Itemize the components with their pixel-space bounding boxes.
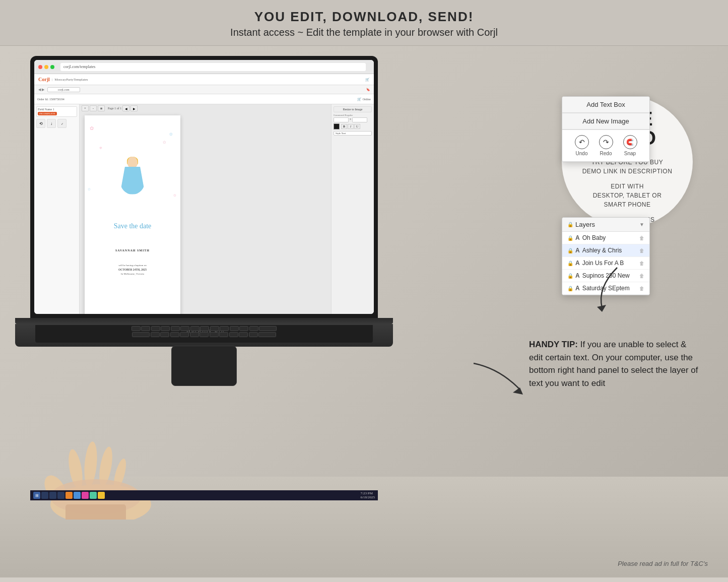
zoom-in[interactable]: + xyxy=(82,105,89,111)
prev-page[interactable]: ◀ xyxy=(122,105,129,111)
trash-join[interactable]: 🗑 xyxy=(639,261,644,266)
taskbar-items: ⊞ xyxy=(33,492,105,499)
flower-6: ✿ xyxy=(173,193,176,198)
taskbar-item-1[interactable] xyxy=(41,492,48,499)
hand-area xyxy=(25,439,176,520)
taskbar-item-6[interactable] xyxy=(82,492,89,499)
rp-size-row: x xyxy=(334,117,372,122)
resize-image-btn[interactable]: Resize to Image xyxy=(334,106,372,112)
layers-item-oh-baby[interactable]: 🔒 A Oh Baby 🗑 xyxy=(562,232,649,244)
princess-dress xyxy=(120,167,145,195)
redo-icon: ↷ xyxy=(599,135,613,149)
inv-name: SAVANNAH SMITH xyxy=(115,249,150,252)
corjl-nav: ◀ ▶ corjl.com 🔖 xyxy=(34,85,374,94)
add-text-box-btn[interactable]: Add Text Box xyxy=(562,97,649,113)
underline-btn[interactable]: U xyxy=(354,124,360,129)
rp-width-input[interactable] xyxy=(334,117,349,122)
nav-url-bar[interactable]: corjl.com xyxy=(47,87,80,92)
key xyxy=(210,332,219,337)
snap-icon: 🧲 xyxy=(623,135,637,149)
sidebar-icon-3[interactable]: ✓ xyxy=(57,119,67,128)
nav-back: ◀ ▶ xyxy=(38,88,44,92)
rp-font-label: Garamond Regular xyxy=(334,114,372,116)
rp-height-input[interactable] xyxy=(352,117,367,122)
princess-body xyxy=(117,157,148,197)
bold-btn[interactable]: B xyxy=(341,124,347,129)
taskbar-item-5[interactable] xyxy=(74,492,81,499)
key xyxy=(258,332,276,337)
next-page[interactable]: ▶ xyxy=(130,105,138,111)
online-label: Online xyxy=(363,98,371,101)
windows-btn[interactable]: ⊞ xyxy=(33,492,40,499)
snap-item[interactable]: 🧲 Snap xyxy=(623,135,637,156)
browser-url: corjl.com/templates xyxy=(60,63,366,71)
invitation-card: ✿ ✿ ✾ ✿ ✿ ✿ xyxy=(85,115,180,314)
keyboard-row-1 xyxy=(40,326,368,331)
sidebar-icons-row: ⟲ ↓ ✓ xyxy=(36,119,77,128)
italic-btn[interactable]: I xyxy=(348,124,354,129)
layers-item-ashley[interactable]: 🔒 A Ashley & Chris 🗑 xyxy=(562,244,649,257)
color-swatch[interactable] xyxy=(334,123,340,130)
laptop-screen-frame: corjl.com/templates Corjl | MoocayPartyT… xyxy=(30,56,378,318)
key xyxy=(141,326,150,331)
taskbar-item-3[interactable] xyxy=(57,492,64,499)
trash-saturday[interactable]: 🗑 xyxy=(639,286,644,291)
key xyxy=(249,332,258,337)
key xyxy=(170,332,179,337)
taskbar-item-7[interactable] xyxy=(90,492,97,499)
key xyxy=(161,326,170,331)
sidebar-icon-1[interactable]: ⟲ xyxy=(36,119,45,128)
taskbar-item-8[interactable] xyxy=(98,492,105,499)
laptop-hinge xyxy=(15,318,393,324)
layers-chevron-icon[interactable]: ▼ xyxy=(639,222,644,227)
ashley-label: Ashley & Chris xyxy=(582,247,622,254)
trash-ashley[interactable]: 🗑 xyxy=(639,248,644,253)
lock-ashley: 🔒 xyxy=(567,248,573,253)
lock-saturday: 🔒 xyxy=(567,286,573,291)
rp-x: x xyxy=(350,117,351,122)
redo-item[interactable]: ↷ Redo xyxy=(599,135,613,156)
taskbar-item-4[interactable] xyxy=(65,492,73,499)
canvas-area: ✿ ✿ ✾ ✿ ✿ ✿ xyxy=(85,115,180,314)
headline: YOU EDIT, DOWNLOAD, SEND! xyxy=(0,9,728,25)
trash-oh-baby[interactable]: 🗑 xyxy=(639,235,644,241)
flower-3: ✾ xyxy=(99,146,102,150)
corjl-main: + - ⊞ Page 1 of 1 ◀ ▶ ✿ ✿ xyxy=(80,104,331,314)
rp-format-row: B I U xyxy=(334,123,372,130)
undo-icon: ↶ xyxy=(575,135,589,149)
oh-baby-label: Oh Baby xyxy=(582,234,606,241)
page-indicator: Page 1 of 1 xyxy=(108,105,121,111)
trash-supinos[interactable]: 🗑 xyxy=(639,273,644,279)
browser-close-dot xyxy=(38,65,42,69)
svg-rect-7 xyxy=(65,504,126,520)
sidebar-icon-2[interactable]: ↓ xyxy=(47,119,56,128)
zoom-out[interactable]: - xyxy=(90,105,97,111)
key xyxy=(200,332,209,337)
undo-label: Undo xyxy=(576,151,588,156)
lock-supinos: 🔒 xyxy=(567,273,573,279)
canvas-toolbar: + - ⊞ Page 1 of 1 ◀ ▶ xyxy=(82,105,138,111)
undo-item[interactable]: ↶ Undo xyxy=(575,135,589,156)
laptop-screen: corjl.com/templates Corjl | MoocayPartyT… xyxy=(34,60,374,314)
rp-section-1: Resize to Image Garamond Regular x B xyxy=(334,106,372,136)
redo-label: Redo xyxy=(600,151,612,156)
order-id: Order Id: 1509758194 xyxy=(37,98,64,101)
key xyxy=(249,326,258,331)
princess-figure xyxy=(117,157,148,197)
screen-content-area: Field Name 1 INCOMPLETE ⟲ ↓ ✓ + xyxy=(34,104,374,314)
style-text-btn[interactable]: Style Text xyxy=(334,131,372,136)
incomplete-badge: INCOMPLETE xyxy=(38,112,57,115)
add-new-image-btn[interactable]: Add New Image xyxy=(562,113,649,130)
laptop-area: corjl.com/templates Corjl | MoocayPartyT… xyxy=(15,56,398,520)
cart-header: 🛒 xyxy=(365,78,370,82)
layers-lock-icon: 🔒 xyxy=(567,222,573,227)
key xyxy=(239,332,248,337)
snap-label: Snap xyxy=(624,151,636,156)
lock-oh-baby: 🔒 xyxy=(567,235,573,241)
popup-icons-row: ↶ Undo ↷ Redo 🧲 Snap xyxy=(562,130,649,162)
laptop-trackpad[interactable] xyxy=(171,346,237,386)
taskbar-item-2[interactable] xyxy=(49,492,56,499)
fit-btn[interactable]: ⊞ xyxy=(98,105,105,111)
corjl-header: Corjl | MoocayPartyTemplates 🛒 xyxy=(34,74,374,85)
flower-1: ✿ xyxy=(90,125,94,131)
